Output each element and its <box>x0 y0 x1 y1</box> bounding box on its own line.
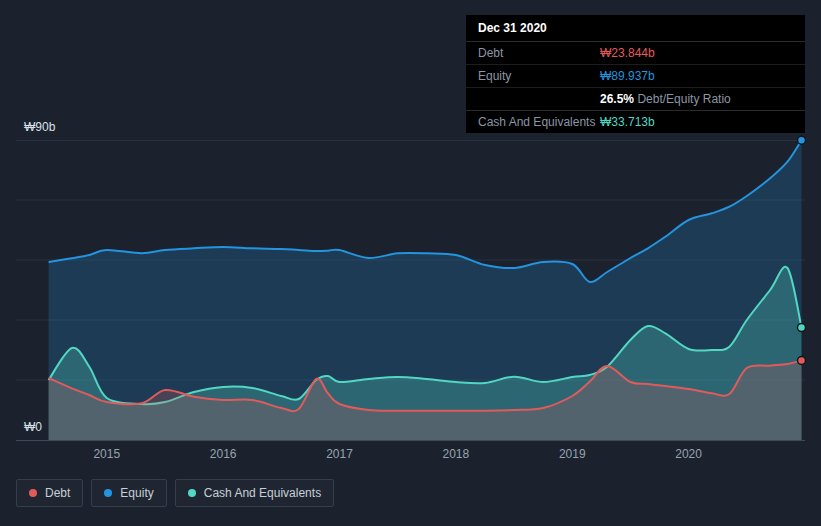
equity-dot-icon <box>104 489 112 497</box>
legend-cash-label: Cash And Equivalents <box>204 486 321 500</box>
tooltip-cash-label: Cash And Equivalents <box>478 115 600 129</box>
tooltip-date: Dec 31 2020 <box>466 15 805 42</box>
tooltip-ratio-label: Debt/Equity Ratio <box>637 92 730 106</box>
x-axis-tick: 2015 <box>93 447 120 461</box>
x-axis: 201520162017201820192020 <box>0 447 821 463</box>
plot-area[interactable] <box>16 140 805 441</box>
legend-item-cash[interactable]: Cash And Equivalents <box>175 479 334 507</box>
cash-dot-icon <box>188 489 196 497</box>
tooltip-equity-label: Equity <box>478 69 600 83</box>
legend: Debt Equity Cash And Equivalents <box>16 479 334 507</box>
tooltip-equity-value: ₩89.937b <box>600 69 793 83</box>
legend-item-debt[interactable]: Debt <box>16 479 83 507</box>
tooltip-ratio-value: 26.5% <box>600 92 634 106</box>
tooltip-cash-value: ₩33.713b <box>600 115 793 129</box>
x-axis-tick: 2017 <box>326 447 353 461</box>
y-axis-label-max: ₩90b <box>24 120 55 134</box>
debt-dot-icon <box>29 489 37 497</box>
tooltip-row-ratio: 26.5% Debt/Equity Ratio <box>466 87 805 110</box>
legend-equity-label: Equity <box>120 486 153 500</box>
x-axis-tick: 2018 <box>443 447 470 461</box>
tooltip-row-equity: Equity ₩89.937b <box>466 64 805 87</box>
tooltip-debt-value: ₩23.844b <box>600 46 793 60</box>
tooltip: Dec 31 2020 Debt ₩23.844b Equity ₩89.937… <box>466 15 805 133</box>
x-axis-tick: 2019 <box>559 447 586 461</box>
tooltip-row-debt: Debt ₩23.844b <box>466 42 805 64</box>
legend-item-equity[interactable]: Equity <box>91 479 166 507</box>
tooltip-row-cash: Cash And Equivalents ₩33.713b <box>466 110 805 133</box>
area-chart-svg <box>16 140 805 440</box>
x-axis-tick: 2016 <box>210 447 237 461</box>
tooltip-debt-label: Debt <box>478 46 600 60</box>
debt-equity-history-chart: ₩90b ₩0 201520162017201820192020 Dec 31 … <box>0 0 821 526</box>
legend-debt-label: Debt <box>45 486 70 500</box>
tooltip-ratio: 26.5% Debt/Equity Ratio <box>600 92 793 106</box>
x-axis-tick: 2020 <box>675 447 702 461</box>
